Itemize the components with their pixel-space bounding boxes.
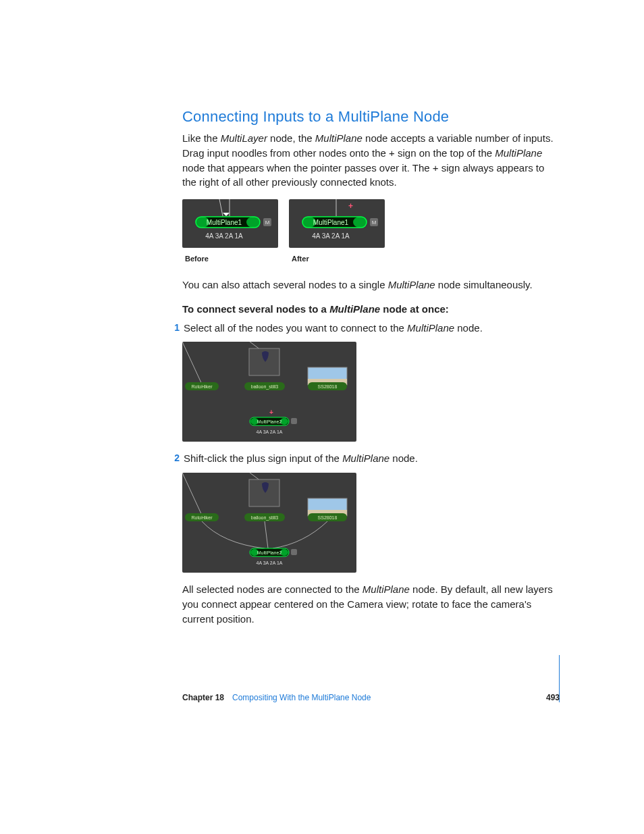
step-number: 1 xyxy=(167,321,180,334)
result-paragraph: All selected nodes are connected to the … xyxy=(182,582,560,626)
before-figure: MultiPlane1 M 4A 3A 2A 1A xyxy=(182,199,278,248)
svg-text:4A 3A 2A 1A: 4A 3A 2A 1A xyxy=(257,429,283,434)
svg-text:M: M xyxy=(372,219,377,226)
svg-text:RotoHiker: RotoHiker xyxy=(191,515,213,520)
before-caption: Before xyxy=(185,255,278,263)
paragraph-attach-several: You can also attach several nodes to a s… xyxy=(182,278,560,292)
svg-text:4A 3A 2A 1A: 4A 3A 2A 1A xyxy=(312,232,350,240)
chapter-title: Compositing With the MultiPlane Node xyxy=(232,693,546,702)
svg-text:MultiPlane1: MultiPlane1 xyxy=(207,219,242,226)
svg-rect-29 xyxy=(291,418,297,424)
step-2: 2 Shift-click the plus sign input of the… xyxy=(167,451,560,466)
svg-text:MultiPlane2: MultiPlane2 xyxy=(257,550,282,555)
svg-text:SS28018: SS28018 xyxy=(318,384,338,389)
svg-text:balloon_still3: balloon_still3 xyxy=(251,515,279,521)
svg-text:4A 3A 2A 1A: 4A 3A 2A 1A xyxy=(257,561,283,565)
svg-text:+: + xyxy=(348,201,353,211)
svg-text:balloon_still3: balloon_still3 xyxy=(251,384,279,390)
svg-text:M: M xyxy=(265,219,270,226)
step-text: Shift-click the plus sign input of the M… xyxy=(184,451,560,466)
after-figure: + MultiPlane1 M 4A 3A 2A 1A xyxy=(289,199,385,248)
step2-figure: RotoHiker balloon_still3 SS28018 MultiPl… xyxy=(182,473,356,573)
svg-text:MultiPlane1: MultiPlane1 xyxy=(313,219,349,226)
svg-text:MultiPlane2: MultiPlane2 xyxy=(257,419,282,424)
step-1: 1 Select all of the nodes you want to co… xyxy=(167,321,560,336)
svg-rect-44 xyxy=(291,549,297,555)
svg-text:SS28018: SS28018 xyxy=(318,515,338,520)
svg-point-10 xyxy=(353,217,367,228)
chapter-label: Chapter 18 xyxy=(182,693,224,702)
page-content: Connecting Inputs to a MultiPlane Node L… xyxy=(0,0,644,743)
step1-figure: RotoHiker balloon_still3 SS28018 + Multi… xyxy=(182,342,356,442)
step-text: Select all of the nodes you want to conn… xyxy=(184,321,560,336)
page-number: 493 xyxy=(546,693,560,702)
svg-text:+: + xyxy=(269,409,273,416)
before-after-figures: MultiPlane1 M 4A 3A 2A 1A Before + Multi… xyxy=(182,199,560,263)
step-number: 2 xyxy=(167,451,180,465)
svg-text:RotoHiker: RotoHiker xyxy=(191,384,213,389)
intro-paragraph: Like the MultiLayer node, the MultiPlane… xyxy=(182,131,560,190)
svg-text:4A 3A 2A 1A: 4A 3A 2A 1A xyxy=(205,232,243,240)
svg-point-2 xyxy=(246,217,260,228)
page-footer: Chapter 18 Compositing With the MultiPla… xyxy=(182,693,560,702)
section-heading: Connecting Inputs to a MultiPlane Node xyxy=(182,108,560,126)
after-caption: After xyxy=(292,255,385,263)
instruction-heading: To connect several nodes to a MultiPlane… xyxy=(182,302,560,317)
